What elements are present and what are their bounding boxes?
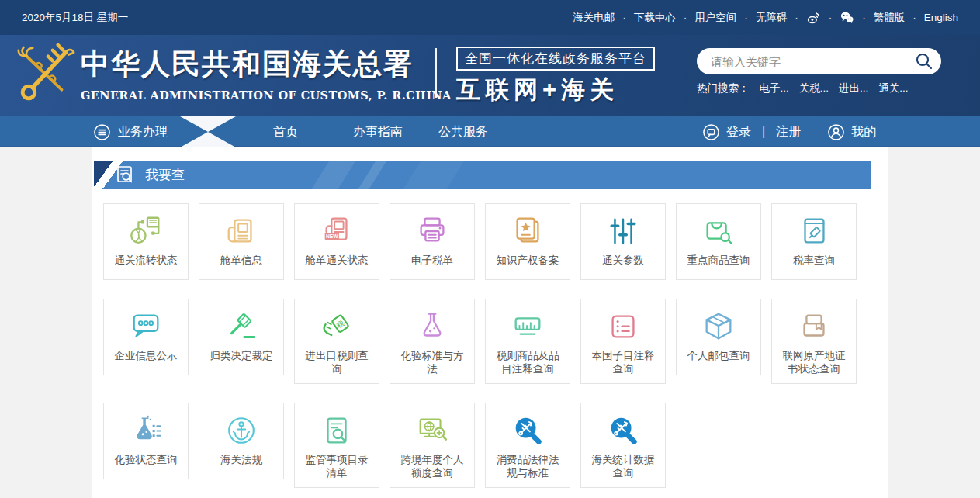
content-panel: 我要查 通关流转状态舱单信息NEW舱单通关状态电子税单知识产权备案通关参数重点商… (92, 147, 888, 498)
service-card[interactable]: 归类决定裁定 (199, 299, 284, 375)
hot-search-term[interactable]: 进出... (839, 81, 868, 95)
business-menu-button[interactable]: 业务办理 (93, 116, 168, 147)
topbar-link-download-center[interactable]: 下载中心 (634, 11, 676, 25)
topbar-link-english[interactable]: English (924, 12, 958, 23)
service-card[interactable]: 个人邮包查询 (676, 299, 761, 375)
service-card-label: 舱单信息 (220, 254, 262, 267)
service-card[interactable]: 消费品法律法规与标准 (485, 403, 570, 488)
doc-search-icon (116, 165, 136, 185)
hamburger-circle-icon (93, 123, 111, 141)
separator: · (862, 12, 866, 23)
service-card[interactable]: 跨境年度个人额度查询 (390, 403, 475, 488)
service-card-label: 监管事项目录清单 (301, 453, 372, 479)
hot-search-term[interactable]: 通关... (878, 81, 908, 95)
service-card[interactable]: 化验标准与方法 (390, 299, 475, 384)
service-card-label: 电子税单 (411, 254, 453, 267)
service-card-label: 海关统计数据查询 (587, 453, 659, 479)
network-monitor-icon (128, 213, 164, 249)
platform-block: 全国一体化在线政务服务平台 互联网+海关 (456, 47, 655, 106)
service-card[interactable]: 通关流转状态 (103, 203, 189, 280)
list-card-icon (605, 309, 641, 344)
service-card[interactable]: 本国子目注释查询 (580, 299, 666, 384)
service-card-label: 跨境年度个人额度查询 (397, 453, 468, 479)
service-card[interactable]: 知识产权备案 (485, 203, 570, 280)
separator: · (622, 12, 626, 23)
service-card[interactable]: 舱单信息 (199, 203, 284, 280)
package-icon (701, 309, 736, 344)
topbar: 2020年5月18日 星期一 海关电邮 · 下载中心 · 用户空间 · 无障碍 … (0, 0, 980, 35)
wechat-icon[interactable] (840, 10, 854, 25)
date-display: 2020年5月18日 星期一 (22, 11, 128, 25)
platform-name: 互联网+海关 (456, 74, 655, 106)
login-link[interactable]: 登录 (726, 124, 751, 140)
customs-search-icon (510, 413, 545, 448)
service-card-label: 重点商品查询 (687, 254, 750, 267)
service-card-label: 进出口税则查询 (301, 349, 372, 375)
service-card[interactable]: 化验状态查询 (103, 403, 189, 479)
register-link[interactable]: 注册 (776, 124, 801, 140)
svg-text:NEW: NEW (326, 233, 338, 239)
service-card[interactable]: 海关法规 (199, 403, 284, 479)
customs-logo-icon (10, 41, 78, 109)
separator: · (744, 12, 748, 23)
service-card[interactable]: 联网原产地证书状态查询 (771, 299, 857, 384)
service-card[interactable]: 税进出口税则查询 (294, 299, 379, 384)
nav-item-home[interactable]: 首页 (273, 116, 298, 147)
service-card-label: 通关参数 (602, 254, 644, 267)
service-card[interactable]: NEW舱单通关状态 (294, 203, 379, 280)
search-input[interactable] (697, 55, 941, 68)
service-card[interactable]: 税率查询 (771, 203, 857, 280)
service-card[interactable]: 海关统计数据查询 (580, 403, 666, 488)
weibo-icon[interactable] (806, 10, 821, 25)
manifest-doc-icon (223, 213, 259, 249)
my-account-link[interactable]: 我的 (851, 124, 876, 140)
topbar-link-traditional-chinese[interactable]: 繁體版 (874, 11, 906, 25)
service-card[interactable]: 通关参数 (580, 203, 666, 280)
header-divider (435, 48, 437, 98)
hot-search-term[interactable]: 电子... (760, 81, 789, 95)
topbar-link-customs-mail[interactable]: 海关电邮 (573, 11, 615, 25)
site-header: 中华人民共和国海关总署 GENERAL ADMINISTRATION OF CU… (0, 35, 980, 116)
service-card[interactable]: 监管事项目录清单 (294, 403, 379, 488)
ip-record-icon (510, 213, 545, 249)
platform-badge: 全国一体化在线政务服务平台 (456, 47, 655, 71)
topbar-links: 海关电邮 · 下载中心 · 用户空间 · 无障碍 · · · (573, 10, 958, 25)
speech-dots-icon (128, 309, 164, 344)
service-card-label: 联网原产地证书状态查询 (778, 349, 850, 375)
service-card-label: 本国子目注释查询 (587, 349, 659, 375)
flask-list-icon (128, 413, 164, 448)
hot-search-term[interactable]: 关税... (799, 81, 829, 95)
hot-search: 热门搜索： 电子... 关税... 进出... 通关... (697, 81, 941, 95)
search-icon[interactable] (915, 52, 933, 71)
service-card[interactable]: 税则商品及品目注释查询 (485, 299, 570, 384)
service-card-label: 个人邮包查询 (687, 349, 750, 362)
service-card[interactable]: 重点商品查询 (676, 203, 761, 280)
topbar-link-user-space[interactable]: 用户空间 (694, 11, 736, 25)
nav-item-public-service[interactable]: 公共服务 (438, 116, 488, 147)
stripe-decoration (311, 161, 355, 189)
separator: · (912, 12, 916, 23)
nav-item-guide[interactable]: 办事指南 (353, 116, 403, 147)
clipboard-search-icon (319, 413, 355, 448)
gavel-icon (223, 309, 259, 344)
login-register-divider: | (762, 125, 765, 139)
bag-search-icon (701, 213, 736, 249)
chat-circle-icon (702, 123, 720, 141)
search-area: 热门搜索： 电子... 关税... 进出... 通关... (697, 48, 941, 95)
service-card[interactable]: 企业信息公示 (103, 299, 189, 375)
service-card[interactable]: 电子税单 (390, 203, 475, 280)
search-box (697, 48, 941, 74)
separator: · (795, 12, 798, 23)
book-pencil-icon (796, 213, 832, 249)
section-header-i-want-to-query: 我要查 (94, 161, 871, 189)
site-subtitle: GENERAL ADMINISTRATION OF CUSTOMS, P. R.… (81, 88, 452, 102)
ruler-icon (510, 309, 545, 344)
anchor-icon (223, 413, 259, 448)
service-card-label: 消费品法律法规与标准 (492, 453, 563, 479)
person-circle-icon (827, 123, 845, 141)
section-title: 我要查 (145, 166, 185, 184)
site-title: 中华人民共和国海关总署 (81, 45, 452, 84)
topbar-link-accessibility[interactable]: 无障碍 (756, 11, 788, 25)
sliders-icon (605, 213, 641, 249)
service-card-label: 知识产权备案 (497, 254, 559, 267)
